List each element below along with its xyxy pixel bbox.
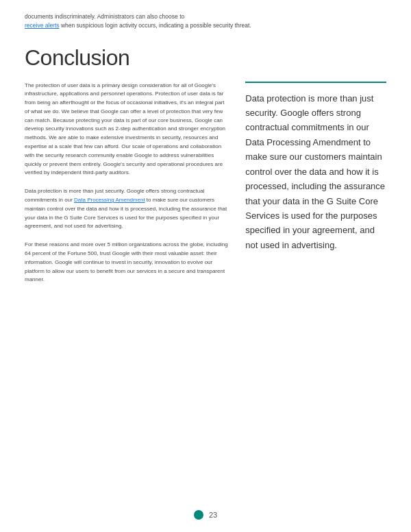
dpa-link[interactable]: Data Processing Amendment (74, 197, 145, 203)
main-columns: The protection of user data is a primary… (25, 82, 386, 295)
page: documents indiscriminately. Administrato… (0, 0, 411, 532)
left-paragraph-3: For these reasons and more over 5 millio… (25, 241, 229, 285)
content-area: documents indiscriminately. Administrato… (0, 0, 411, 322)
sidebar-quote: Data protection is more than just securi… (245, 91, 386, 253)
footer: 23 (0, 510, 411, 520)
left-paragraph-1: The protection of user data is a primary… (25, 82, 229, 178)
page-number-text: 23 (209, 511, 217, 519)
top-text-before: documents indiscriminately. Administrato… (25, 13, 184, 20)
right-column: Data protection is more than just securi… (245, 82, 386, 295)
top-paragraph: documents indiscriminately. Administrato… (25, 12, 386, 30)
left-paragraph-2: Data protection is more than just securi… (25, 187, 229, 231)
top-text-after: when suspicious login activity occurs, i… (61, 22, 251, 29)
left-column: The protection of user data is a primary… (25, 82, 229, 295)
receive-alerts-link[interactable]: receive alerts (25, 22, 60, 29)
conclusion-heading: Conclusion (25, 45, 386, 71)
page-number-container: 23 (194, 510, 217, 520)
page-dot-icon (194, 510, 203, 520)
